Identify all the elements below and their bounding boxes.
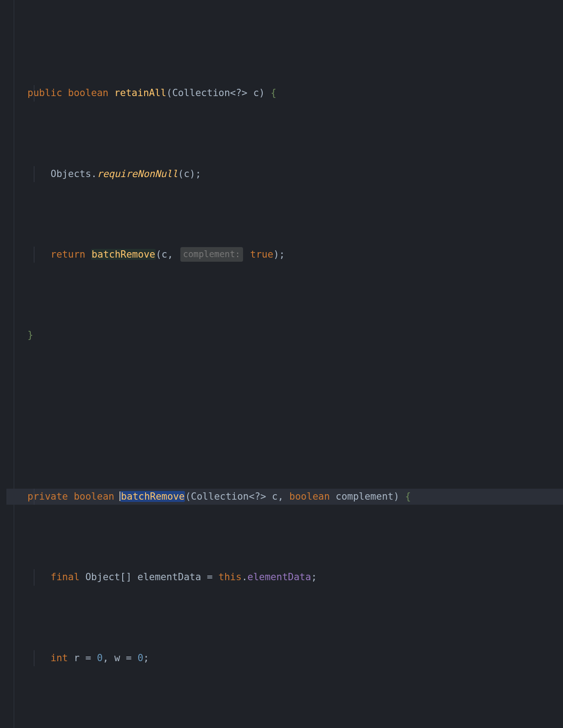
code-line[interactable]: final Object[] elementData = this.elemen… — [6, 569, 563, 585]
code-line[interactable]: } — [6, 327, 563, 343]
method-batchRemove-call: batchRemove — [91, 249, 156, 260]
gutter — [0, 0, 14, 728]
code-line[interactable]: return batchRemove(c, complement: true); — [6, 247, 563, 263]
inlay-hint-complement: complement: — [180, 247, 243, 262]
method-batchRemove-decl: batchRemove — [120, 491, 185, 502]
method-retainAll: retainAll — [114, 87, 167, 98]
code-line[interactable]: int r = 0, w = 0; — [6, 650, 563, 666]
type-collection: Collection — [172, 87, 230, 98]
keyword-boolean: boolean — [68, 87, 109, 98]
keyword-public: public — [27, 87, 62, 98]
code-editor[interactable]: public boolean retainAll(Collection<?> c… — [0, 0, 563, 728]
code-line-active[interactable]: private boolean batchRemove(Collection<?… — [6, 489, 563, 505]
code-line-blank[interactable] — [6, 408, 563, 424]
code-line[interactable]: public boolean retainAll(Collection<?> c… — [6, 85, 563, 101]
code-line[interactable]: Objects.requireNonNull(c); — [6, 166, 563, 182]
method-requireNonNull: requireNonNull — [97, 168, 178, 179]
